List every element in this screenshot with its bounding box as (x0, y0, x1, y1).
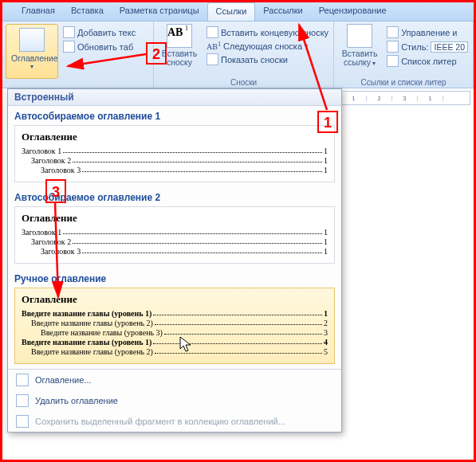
tab-insert[interactable]: Вставка (63, 2, 112, 21)
add-text-icon (63, 26, 75, 38)
toc-gallery: Встроенный Автособираемое оглавление 1 О… (7, 88, 342, 433)
toc-button[interactable]: Оглавление ▾ (6, 24, 58, 79)
next-footnote-icon: AB1 (207, 41, 221, 51)
style-value: IEEE 20 (431, 41, 468, 53)
citation-icon (347, 24, 372, 48)
insert-toc-dialog[interactable]: Оглавление... (8, 370, 341, 390)
tab-review[interactable]: Рецензирование (311, 2, 395, 21)
manual-toc-preview[interactable]: Оглавление Введите название главы (урове… (14, 288, 335, 364)
auto-toc-2-preview[interactable]: Оглавление Заголовок 11 Заголовок 21 Заг… (14, 206, 335, 264)
citations-group-label: Ссылки и списки литер (334, 78, 473, 87)
toc-heading: Оглавление (22, 212, 328, 225)
toc-dialog-icon (16, 374, 29, 386)
refresh-icon (63, 41, 75, 53)
tab-mailings[interactable]: Рассылки (255, 2, 310, 21)
toc-heading: Оглавление (22, 131, 328, 143)
gallery-builtin-header: Встроенный (8, 89, 341, 106)
manage-sources-icon (387, 26, 399, 38)
manual-toc-title: Ручное оглавление (8, 268, 341, 286)
endnote-icon (207, 26, 218, 38)
add-text-button[interactable]: Добавить текс (61, 25, 137, 39)
callout-2: 2 (146, 42, 167, 65)
toc-heading: Оглавление (22, 293, 328, 306)
toc-label: Оглавление (11, 53, 53, 63)
auto-toc-1-title: Автособираемое оглавление 1 (8, 106, 341, 123)
callout-3: 3 (45, 179, 66, 203)
save-selection-label: Сохранить выделенный фрагмент в коллекци… (35, 417, 285, 426)
tab-page-layout[interactable]: Разметка страницы (112, 2, 207, 21)
ribbon-tabs: Главная Вставка Разметка страницы Ссылки… (2, 2, 474, 22)
add-text-label: Добавить текс (77, 28, 136, 37)
next-footnote-button[interactable]: AB1 Следующая сноска ▾ (205, 40, 330, 52)
bibliography-label: Список литер (401, 57, 456, 66)
chevron-down-icon: ▾ (305, 42, 308, 49)
auto-toc-1-preview[interactable]: Оглавление Заголовок 11 Заголовок 21 Заг… (14, 125, 335, 182)
bibliography-button[interactable]: Список литер (385, 54, 470, 68)
remove-toc-label: Удалить оглавление (35, 396, 118, 405)
chevron-down-icon: ▾ (11, 63, 53, 70)
footnote-icon: AB1 (167, 24, 192, 48)
insert-endnote-label: Вставить концевую сноску (221, 28, 328, 37)
show-notes-button[interactable]: Показать сноски (205, 53, 330, 66)
update-table-label: Обновить таб (77, 42, 133, 52)
remove-toc[interactable]: Удалить оглавление (8, 390, 341, 411)
save-toc-selection: Сохранить выделенный фрагмент в коллекци… (8, 411, 341, 432)
footnotes-group-label: Сноски (154, 78, 333, 87)
update-table-button[interactable]: Обновить таб (61, 40, 137, 53)
ribbon: Оглавление ▾ Добавить текс Обновить таб … (2, 22, 474, 88)
insert-citation-button[interactable]: Вставитьссылку ▾ (337, 24, 382, 68)
insert-toc-label: Оглавление... (35, 375, 92, 385)
tab-references[interactable]: Ссылки (207, 2, 256, 21)
mouse-cursor-icon (179, 336, 194, 354)
callout-1: 1 (317, 111, 338, 133)
manage-sources-label: Управление и (401, 28, 457, 37)
horizontal-ruler: 1 2 3 1 (340, 91, 470, 105)
remove-toc-icon (16, 394, 29, 407)
manage-sources-button[interactable]: Управление и (385, 25, 470, 39)
save-gallery-icon (16, 415, 29, 428)
next-footnote-label: Следующая сноска (223, 41, 302, 51)
citation-style-select[interactable]: Стиль: IEEE 20 (385, 40, 470, 53)
style-label: Стиль: (401, 42, 428, 52)
style-icon (387, 41, 399, 53)
tab-home[interactable]: Главная (14, 2, 63, 21)
show-notes-label: Показать сноски (221, 55, 288, 65)
show-notes-icon (207, 53, 218, 65)
insert-endnote-button[interactable]: Вставить концевую сноску (205, 25, 330, 39)
bibliography-icon (387, 55, 399, 67)
toc-icon (19, 28, 45, 52)
